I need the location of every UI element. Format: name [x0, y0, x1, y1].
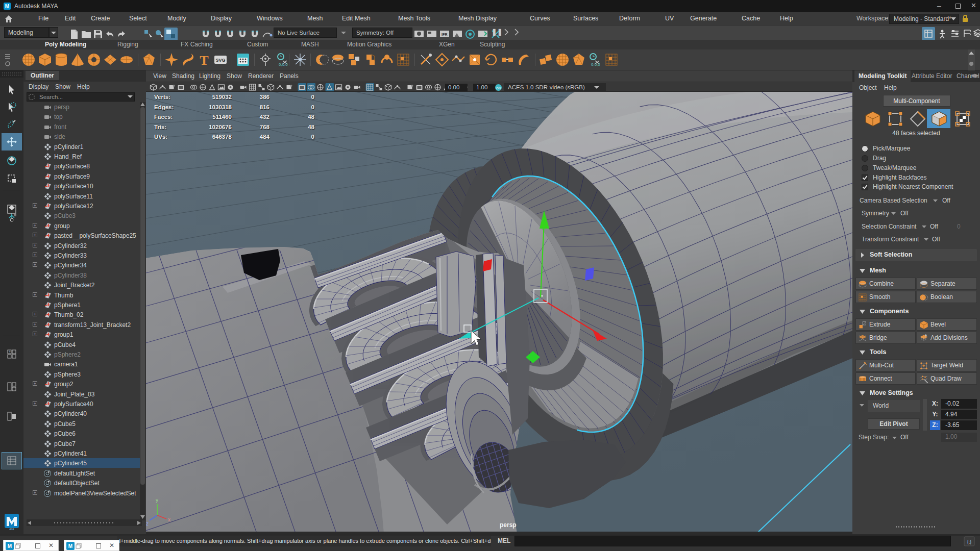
svg-text:SVG: SVG: [215, 58, 225, 63]
svg-text:persp: persp: [500, 521, 517, 529]
svg-text:AYA: AYA: [9, 528, 14, 531]
svg-text:IPR: IPR: [442, 33, 448, 36]
svg-text:T: T: [200, 53, 208, 67]
svg-text:x: x: [168, 517, 170, 522]
svg-text:0,0,0: 0,0,0: [279, 62, 288, 67]
svg-text:M: M: [8, 543, 12, 549]
svg-text:M: M: [68, 543, 72, 549]
svg-text:ON: ON: [496, 87, 501, 90]
svg-text:z: z: [146, 521, 149, 527]
svg-text:+: +: [9, 350, 11, 354]
svg-text:M: M: [5, 4, 9, 9]
svg-text:y: y: [156, 497, 158, 503]
svg-text:0,0,0: 0,0,0: [591, 62, 600, 67]
svg-text:{;}: {;}: [967, 539, 972, 544]
